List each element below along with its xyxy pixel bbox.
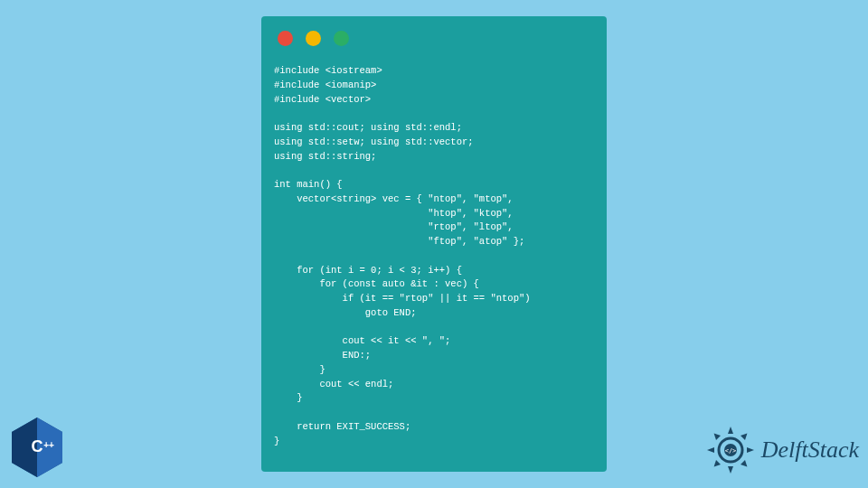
svg-marker-11 bbox=[713, 460, 720, 466]
close-icon[interactable] bbox=[278, 31, 293, 46]
cpp-badge-icon: C ++ bbox=[9, 416, 65, 479]
svg-text:++: ++ bbox=[43, 440, 54, 450]
code-block: #include <iostream> #include <iomanip> #… bbox=[274, 64, 594, 448]
svg-marker-10 bbox=[741, 434, 747, 440]
svg-marker-7 bbox=[728, 466, 733, 474]
delftstack-logo-icon: </> bbox=[705, 425, 756, 475]
svg-text:C: C bbox=[32, 437, 43, 455]
minimize-icon[interactable] bbox=[306, 31, 321, 46]
window-controls bbox=[274, 31, 594, 46]
svg-marker-6 bbox=[728, 427, 733, 434]
svg-marker-12 bbox=[713, 434, 720, 440]
svg-marker-8 bbox=[707, 447, 714, 453]
svg-marker-9 bbox=[747, 447, 754, 453]
maximize-icon[interactable] bbox=[334, 31, 349, 46]
svg-text:</>: </> bbox=[724, 447, 736, 455]
code-window: #include <iostream> #include <iomanip> #… bbox=[261, 16, 607, 472]
svg-marker-13 bbox=[741, 460, 747, 466]
brand-text: DelftStack bbox=[761, 436, 859, 464]
delftstack-brand: </> DelftStack bbox=[705, 425, 859, 475]
